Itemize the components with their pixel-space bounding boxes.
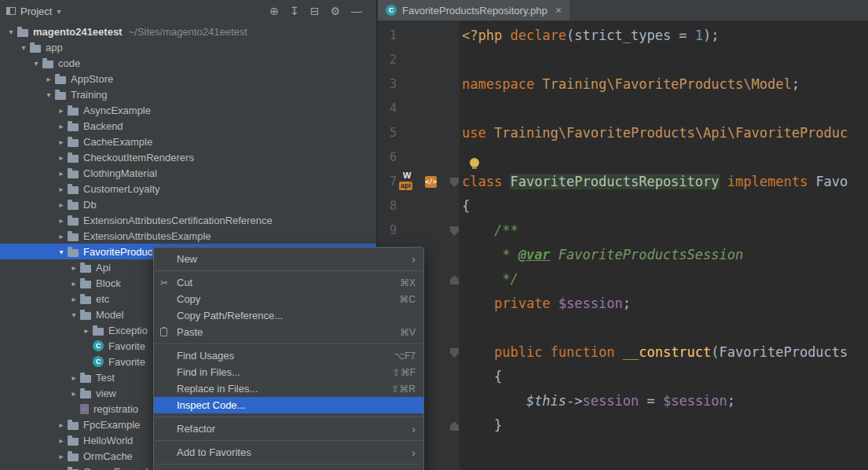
collapse-all-icon[interactable]: ⊟ xyxy=(310,6,320,17)
tree-item-db[interactable]: ▸Db xyxy=(0,196,376,212)
fold-start-icon[interactable] xyxy=(450,178,459,187)
tree-item-customerloyalty[interactable]: ▸CustomerLoyalty xyxy=(0,181,376,196)
fold-start-icon[interactable] xyxy=(450,348,459,358)
close-tab-icon[interactable]: × xyxy=(555,4,562,17)
menu-item-copy[interactable]: Copy⌘C xyxy=(154,291,423,307)
tree-item-label: FpcExample xyxy=(83,419,140,431)
line-number[interactable]: 2 xyxy=(378,48,397,72)
chevron-collapsed-icon[interactable]: ▸ xyxy=(55,420,68,429)
code-text: */ xyxy=(462,267,518,292)
chevron-collapsed-icon[interactable]: ▸ xyxy=(55,185,68,193)
menu-item-shortcut: ⇧⌘F xyxy=(393,367,416,378)
chevron-collapsed-icon[interactable]: ▸ xyxy=(55,138,68,146)
line-number[interactable]: 8 xyxy=(378,194,397,218)
chevron-collapsed-icon[interactable]: ▸ xyxy=(55,200,68,209)
chevron-collapsed-icon[interactable]: ▸ xyxy=(68,389,80,398)
line-number[interactable]: 7 xyxy=(378,170,397,194)
chevron-collapsed-icon[interactable]: ▸ xyxy=(55,106,68,115)
fold-end-icon[interactable] xyxy=(450,421,459,431)
menu-item-find-usages[interactable]: Find Usages⌥F7 xyxy=(154,347,423,364)
folder-icon xyxy=(68,186,79,194)
ide-window: Project ▾ ⊕↧⊟⚙— ▾magento241eetest~/Sites… xyxy=(0,0,868,470)
chevron-collapsed-icon[interactable]: ▸ xyxy=(55,122,68,130)
code-line-15: 15 { xyxy=(378,365,868,389)
tree-item-cacheexample[interactable]: ▸CacheExample xyxy=(0,134,376,149)
chevron-collapsed-icon[interactable]: ▸ xyxy=(55,169,68,178)
menu-item-cut[interactable]: ✂Cut⌘X xyxy=(154,274,423,291)
tree-item-label: Api xyxy=(96,262,111,274)
chevron-expanded-icon[interactable]: ▾ xyxy=(42,90,55,99)
gutter-code-icon[interactable]: </> xyxy=(425,176,437,188)
menu-item-refactor[interactable]: Refactor› xyxy=(154,420,423,437)
code-editor[interactable]: 1<?php declare(strict_types = 1);23names… xyxy=(378,21,868,470)
tree-item-label: code xyxy=(58,57,80,69)
chevron-expanded-icon[interactable]: ▾ xyxy=(68,310,80,319)
settings-gear-icon[interactable]: ⚙ xyxy=(330,6,340,17)
tree-item-label: etc xyxy=(96,293,109,305)
fold-end-icon[interactable] xyxy=(450,275,459,285)
tree-item-clothingmaterial[interactable]: ▸ClothingMaterial xyxy=(0,165,376,181)
menu-item-copy-path-reference[interactable]: Copy Path/Reference... xyxy=(154,307,423,324)
code-text: * @var FavoriteProductsSession xyxy=(462,243,743,267)
chevron-expanded-icon[interactable]: ▾ xyxy=(5,28,17,36)
intention-bulb-icon[interactable] xyxy=(470,158,479,167)
project-dropdown-chevron-icon[interactable]: ▾ xyxy=(57,7,60,16)
tree-item-label: HelloWorld xyxy=(83,435,133,446)
line-number[interactable]: 9 xyxy=(378,218,397,243)
line-number[interactable]: 1 xyxy=(378,24,397,48)
menu-item-find-in-files[interactable]: Find in Files...⇧⌘F xyxy=(154,364,423,380)
tree-item-extensionattributesexample[interactable]: ▸ExtensionAttributesExample xyxy=(0,228,376,244)
line-number[interactable]: 3 xyxy=(378,72,397,97)
gutter-badge-api[interactable]: api xyxy=(399,182,412,190)
tree-item-app[interactable]: ▾app xyxy=(0,39,376,55)
tree-item-code[interactable]: ▾code xyxy=(0,55,376,71)
tree-item-magento241eetest[interactable]: ▾magento241eetest~/Sites/magento241eetes… xyxy=(0,24,376,39)
chevron-collapsed-icon[interactable]: ▸ xyxy=(68,279,80,288)
fold-start-icon[interactable] xyxy=(450,226,459,236)
folder-icon xyxy=(80,296,91,304)
editor-tab-favoriteproductsrepository[interactable]: C FavoriteProductsRepository.php × xyxy=(378,0,570,20)
chevron-collapsed-icon[interactable]: ▸ xyxy=(68,263,80,272)
chevron-collapsed-icon[interactable]: ▸ xyxy=(55,452,68,461)
menu-item-replace-in-files[interactable]: Replace in Files...⇧⌘R xyxy=(154,380,423,397)
chevron-collapsed-icon[interactable]: ▸ xyxy=(55,436,68,445)
menu-item-add-to-favorites[interactable]: Add to Favorites› xyxy=(154,444,423,461)
chevron-collapsed-icon[interactable]: ▸ xyxy=(68,295,80,303)
menu-item-new[interactable]: New› xyxy=(154,251,423,267)
line-number[interactable]: 4 xyxy=(378,97,397,121)
folder-icon xyxy=(68,233,79,241)
tree-item-asyncexample[interactable]: ▸AsyncExample xyxy=(0,102,376,118)
chevron-expanded-icon[interactable]: ▾ xyxy=(55,248,68,256)
tree-item-label: Exceptio xyxy=(108,325,148,336)
chevron-collapsed-icon[interactable]: ▸ xyxy=(80,326,93,335)
menu-item-paste[interactable]: Paste⌘V xyxy=(154,324,423,340)
tree-item-extensionattributescertificationreference[interactable]: ▸ExtensionAttributesCertificationReferen… xyxy=(0,212,376,228)
chevron-expanded-icon[interactable]: ▾ xyxy=(30,59,42,68)
line-number[interactable]: 5 xyxy=(378,121,397,145)
code-text: <?php declare(strict_types = 1); xyxy=(462,24,720,48)
gutter-badge-w[interactable]: W xyxy=(403,171,411,180)
chevron-collapsed-icon[interactable]: ▸ xyxy=(55,468,68,470)
hide-panel-icon[interactable]: — xyxy=(351,6,362,17)
folder-icon xyxy=(80,312,91,320)
folder-icon xyxy=(30,45,41,53)
menu-item-inspect-code[interactable]: Inspect Code... xyxy=(154,397,423,413)
tree-item-checkoutitemrenderers[interactable]: ▸CheckoutItemRenderers xyxy=(0,149,376,165)
tree-item-training[interactable]: ▾Training xyxy=(0,86,376,102)
scroll-from-source-icon[interactable]: ↧ xyxy=(290,6,299,17)
chevron-collapsed-icon[interactable]: ▸ xyxy=(42,75,55,83)
tree-item-backend[interactable]: ▸Backend xyxy=(0,118,376,134)
chevron-collapsed-icon[interactable]: ▸ xyxy=(55,216,68,225)
editor-tab-bar: C FavoriteProductsRepository.php × xyxy=(378,0,868,21)
chevron-expanded-icon[interactable]: ▾ xyxy=(17,43,30,52)
chevron-collapsed-icon[interactable]: ▸ xyxy=(55,232,68,241)
chevron-collapsed-icon[interactable]: ▸ xyxy=(68,373,80,382)
folder-icon xyxy=(80,265,91,273)
code-text: $this->session = $session; xyxy=(462,389,735,413)
tree-item-appstore[interactable]: ▸AppStore xyxy=(0,71,376,86)
tree-item-label: view xyxy=(96,387,116,399)
chevron-collapsed-icon[interactable]: ▸ xyxy=(55,153,68,162)
tree-item-label: Model xyxy=(96,309,123,321)
line-number[interactable]: 6 xyxy=(378,145,397,170)
locate-icon[interactable]: ⊕ xyxy=(269,6,279,17)
